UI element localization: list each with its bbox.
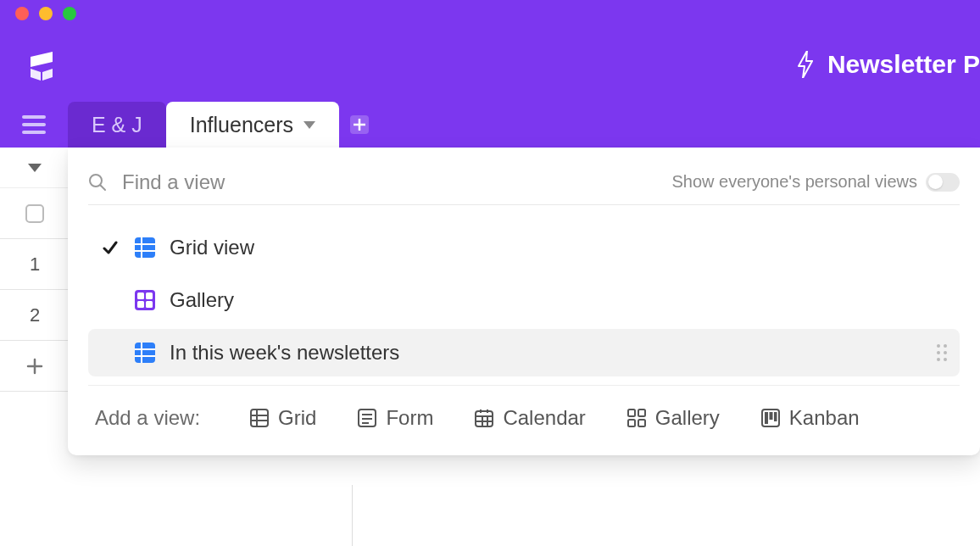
row-number[interactable]: 1: [0, 239, 70, 290]
svg-rect-6: [26, 205, 43, 222]
view-label: In this week's newsletters: [170, 341, 399, 365]
add-row-button[interactable]: [0, 341, 70, 392]
svg-rect-48: [765, 412, 768, 424]
add-view-calendar[interactable]: Calendar: [474, 406, 585, 430]
find-view-input[interactable]: [122, 170, 656, 194]
toggle-knob: [928, 175, 943, 189]
table-tab-strip: E & J Influencers: [0, 102, 980, 148]
app-header: Newsletter P E & J Influencers: [0, 27, 980, 148]
base-logo-icon[interactable]: [20, 43, 63, 86]
svg-marker-1: [31, 69, 41, 81]
svg-rect-46: [638, 420, 645, 426]
hamburger-menu-button[interactable]: [0, 102, 68, 148]
svg-rect-44: [638, 410, 645, 416]
base-title[interactable]: Newsletter P: [827, 50, 980, 79]
drag-handle-icon[interactable]: [936, 343, 948, 362]
svg-point-22: [937, 344, 940, 348]
svg-rect-4: [22, 123, 46, 126]
svg-rect-5: [22, 131, 46, 134]
check-icon: [100, 240, 120, 255]
grid-view-icon: [134, 237, 156, 259]
add-view-row: Add a view: Grid Form Calendar Gallery K…: [88, 386, 960, 435]
tab-label: E & J: [92, 113, 142, 137]
svg-rect-36: [476, 411, 493, 426]
svg-rect-49: [769, 412, 772, 420]
svg-rect-43: [628, 410, 635, 416]
view-label: Gallery: [170, 288, 234, 312]
view-item-weekly-newsletters[interactable]: In this week's newsletters: [88, 329, 960, 376]
add-view-gallery[interactable]: Gallery: [626, 406, 720, 430]
chevron-down-icon: [303, 121, 315, 129]
bolt-icon: [797, 51, 814, 78]
kanban-icon: [760, 408, 781, 428]
row-number[interactable]: 2: [0, 290, 70, 341]
column-divider: [352, 485, 353, 546]
svg-marker-0: [31, 52, 53, 67]
svg-marker-2: [42, 69, 53, 81]
gallery-icon: [626, 408, 647, 428]
views-list: Grid view Gallery In this week's newslet…: [88, 205, 960, 386]
personal-views-toggle[interactable]: [926, 173, 960, 192]
svg-point-23: [944, 344, 947, 348]
add-view-kanban[interactable]: Kanban: [760, 406, 860, 430]
svg-point-27: [944, 358, 947, 361]
tab-label: Influencers: [190, 113, 293, 137]
add-view-label: Kanban: [789, 406, 860, 430]
svg-rect-17: [146, 301, 153, 308]
svg-point-24: [937, 351, 940, 354]
view-label: Grid view: [170, 236, 254, 259]
svg-rect-3: [22, 115, 46, 119]
svg-rect-18: [135, 343, 155, 363]
add-view-label: Grid: [278, 406, 316, 430]
row-number-column: 1 2: [0, 148, 70, 546]
svg-rect-16: [137, 301, 144, 308]
grid-view-icon: [134, 342, 156, 364]
form-icon: [357, 408, 377, 428]
caret-down-icon: [28, 164, 42, 172]
plus-icon: [350, 115, 369, 134]
svg-rect-45: [628, 420, 635, 426]
gallery-view-icon: [134, 289, 156, 311]
svg-rect-9: [135, 237, 155, 258]
table-tab-e-and-j[interactable]: E & J: [68, 102, 166, 148]
svg-rect-14: [137, 292, 144, 299]
add-view-label: Add a view:: [95, 406, 200, 430]
svg-rect-50: [774, 412, 777, 421]
add-table-button[interactable]: [339, 102, 380, 148]
view-item-gallery[interactable]: Gallery: [88, 276, 960, 324]
search-icon: [88, 173, 107, 192]
add-view-label: Form: [386, 406, 433, 430]
window-title-bar: [0, 0, 980, 27]
traffic-light-zoom[interactable]: [63, 7, 76, 20]
svg-point-26: [937, 358, 940, 361]
calendar-icon: [474, 408, 494, 428]
add-view-grid[interactable]: Grid: [249, 406, 316, 430]
traffic-light-close[interactable]: [15, 7, 29, 20]
add-view-form[interactable]: Form: [357, 406, 433, 430]
add-view-label: Calendar: [503, 406, 585, 430]
personal-views-toggle-label: Show everyone's personal views: [671, 172, 917, 192]
svg-line-8: [101, 185, 106, 190]
add-view-label: Gallery: [655, 406, 720, 430]
views-dropdown-panel: Show everyone's personal views Grid view…: [68, 148, 980, 455]
view-item-grid[interactable]: Grid view: [88, 224, 960, 271]
svg-point-25: [944, 351, 947, 354]
select-all-checkbox[interactable]: [0, 188, 70, 239]
view-switcher-caret[interactable]: [0, 148, 70, 188]
svg-rect-15: [146, 292, 153, 299]
traffic-light-minimize[interactable]: [39, 7, 53, 20]
svg-rect-28: [251, 410, 268, 426]
grid-icon: [249, 408, 270, 428]
table-tab-influencers[interactable]: Influencers: [166, 102, 339, 148]
